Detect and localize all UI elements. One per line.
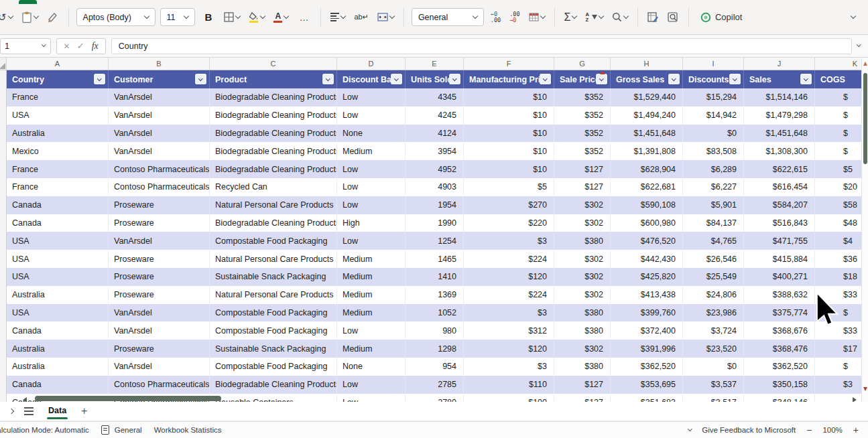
table-cell[interactable]: Low	[337, 196, 406, 214]
column-letter-J[interactable]: J	[744, 58, 815, 70]
insert-function-button[interactable]: fx	[92, 41, 99, 52]
table-cell[interactable]: $362,520	[744, 358, 815, 376]
table-cell[interactable]: $	[815, 142, 868, 160]
table-cell[interactable]: None	[337, 358, 406, 376]
table-cell[interactable]: $302	[554, 340, 611, 358]
table-cell[interactable]: 2780	[406, 394, 464, 402]
table-cell[interactable]: Australia	[7, 286, 109, 304]
sort-filter-button[interactable]: AZ	[583, 8, 605, 27]
hscroll-right-arrow[interactable]	[853, 397, 857, 402]
table-cell[interactable]: $17	[815, 340, 868, 358]
font-size-combobox[interactable]: 11	[160, 8, 195, 26]
sheet-nav-chevron[interactable]	[9, 409, 14, 414]
table-cell[interactable]: $352	[554, 88, 611, 106]
table-cell[interactable]: USA	[7, 250, 109, 268]
filter-dropdown-button[interactable]	[195, 74, 206, 84]
table-cell[interactable]: Reusable Containers	[210, 394, 337, 402]
filter-dropdown-button[interactable]	[94, 74, 105, 84]
table-cell[interactable]: 1410	[406, 268, 464, 286]
decrease-decimal-button[interactable]: .00→0	[507, 8, 521, 27]
filter-dropdown-button[interactable]	[322, 74, 334, 84]
hscroll-left-arrow[interactable]	[23, 397, 27, 402]
table-cell[interactable]: VanArsdel	[109, 88, 210, 106]
table-header-product[interactable]: Product	[210, 70, 337, 88]
table-cell[interactable]: $224	[464, 250, 554, 268]
table-cell[interactable]: VanArsdel	[109, 232, 210, 250]
table-cell[interactable]: $100	[464, 394, 554, 402]
table-cell[interactable]: Recycled Can	[210, 178, 337, 196]
table-cell[interactable]: Medium	[337, 304, 406, 322]
table-cell[interactable]: Sustainable Snack Packaging	[210, 268, 337, 286]
column-letter-K[interactable]: K	[815, 58, 868, 70]
table-cell[interactable]: $0	[683, 358, 744, 376]
table-cell[interactable]: $628,904	[611, 160, 683, 178]
table-cell[interactable]: France	[7, 160, 109, 178]
find-button[interactable]	[610, 8, 630, 27]
status-chevron[interactable]	[688, 427, 692, 431]
row-header[interactable]	[0, 142, 7, 160]
table-cell[interactable]: Natural Personal Care Products	[210, 250, 337, 268]
row-header[interactable]	[0, 160, 7, 178]
table-cell[interactable]: Compostable Food Packaging	[210, 232, 337, 250]
fill-color-button[interactable]	[247, 8, 267, 27]
table-cell[interactable]: $372,400	[611, 321, 683, 340]
vertical-scrollbar[interactable]	[861, 58, 868, 402]
table-cell[interactable]: $10	[464, 160, 554, 178]
borders-button[interactable]	[222, 8, 242, 27]
analyze-data-button[interactable]	[645, 8, 661, 27]
table-cell[interactable]: $375,774	[744, 304, 815, 322]
table-header-sales[interactable]: Sales	[744, 70, 815, 88]
table-cell[interactable]: $127	[554, 376, 611, 394]
table-cell[interactable]: $10	[464, 88, 554, 106]
font-name-combobox[interactable]: Aptos (Body)	[76, 8, 156, 26]
table-cell[interactable]: $20	[815, 178, 868, 196]
table-cell[interactable]: $3	[464, 358, 554, 376]
table-header-discounts[interactable]: Discounts	[683, 70, 744, 88]
table-cell[interactable]: Medium	[337, 286, 406, 304]
table-cell[interactable]: Proseware	[109, 340, 210, 358]
filter-dropdown-button[interactable]	[668, 74, 680, 84]
number-format-combobox[interactable]: General	[412, 8, 484, 26]
vscroll-up-arrow[interactable]	[863, 62, 867, 66]
table-cell[interactable]: 1369	[406, 286, 464, 304]
table-cell[interactable]: Low	[337, 321, 406, 340]
sheet-list-icon[interactable]	[24, 407, 34, 415]
enter-button[interactable]: ✓	[77, 41, 84, 51]
zoom-in-button[interactable]: +	[853, 425, 859, 435]
table-cell[interactable]: $516,843	[744, 214, 815, 232]
table-cell[interactable]: $	[815, 125, 868, 143]
table-cell[interactable]: Medium	[337, 268, 406, 286]
table-cell[interactable]: $1,391,808	[611, 142, 683, 160]
table-cell[interactable]: Biodegradable Cleaning Products	[210, 142, 337, 160]
row-header[interactable]	[0, 394, 7, 402]
table-cell[interactable]: $362,520	[611, 358, 683, 376]
table-cell[interactable]: Biodegradable Cleaning Products	[210, 376, 337, 394]
table-cell[interactable]: $25,549	[683, 268, 744, 286]
table-cell[interactable]: Low	[337, 232, 406, 250]
table-cell[interactable]: $471,755	[744, 232, 815, 250]
formula-bar-expand-button[interactable]	[857, 42, 861, 46]
filter-dropdown-button[interactable]	[540, 74, 551, 84]
table-cell[interactable]: $399,760	[611, 304, 683, 322]
column-letter-B[interactable]: B	[109, 58, 210, 70]
column-letter-G[interactable]: G	[554, 58, 611, 70]
row-header[interactable]	[0, 358, 7, 376]
table-cell[interactable]: Contoso Pharmaceuticals	[109, 178, 210, 196]
table-cell[interactable]: $3	[815, 376, 868, 394]
table-cell[interactable]: $120	[464, 340, 554, 358]
table-cell[interactable]: VanArsdel	[109, 142, 210, 160]
table-cell[interactable]: Canada	[7, 321, 109, 340]
table-cell[interactable]: $616,454	[744, 178, 815, 196]
table-cell[interactable]: 1465	[406, 250, 464, 268]
font-color-button[interactable]: A	[271, 8, 290, 27]
table-cell[interactable]: $10	[464, 142, 554, 160]
table-cell[interactable]: USA	[7, 304, 109, 322]
table-cell[interactable]: $352	[554, 125, 611, 143]
table-cell[interactable]: $14,942	[683, 106, 744, 125]
table-cell[interactable]: $24,806	[683, 286, 744, 304]
sheet-tab-data[interactable]: Data	[44, 404, 70, 419]
table-cell[interactable]: Medium	[337, 250, 406, 268]
table-cell[interactable]: $590,108	[611, 196, 683, 214]
table-cell[interactable]: $110	[464, 376, 554, 394]
table-cell[interactable]: 1052	[406, 304, 464, 322]
